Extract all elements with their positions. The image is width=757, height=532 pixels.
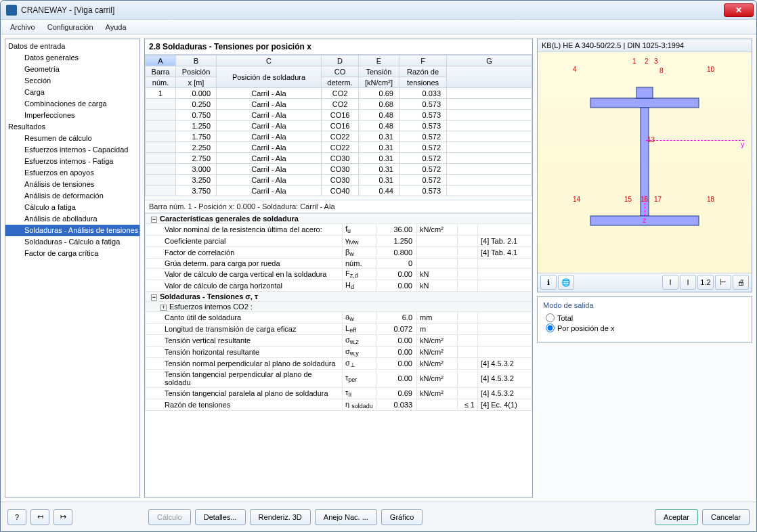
properties-panel[interactable]: −Características generales de soldadura …	[145, 213, 532, 497]
viewer-canvas[interactable]: y z 1 2 3 4 8 10 13 14 15 16 17	[538, 52, 752, 273]
center-panel: 2.8 Soldaduras - Tensiones por posición …	[144, 39, 533, 497]
col-b[interactable]: B	[176, 56, 217, 66]
col-posSold: Posición de soldadura	[217, 66, 322, 88]
tree-calc-fat[interactable]: Cálculo a fatiga	[5, 202, 139, 213]
tree-ei-cap[interactable]: Esfuerzos internos - Capacidad	[5, 144, 139, 156]
footer: ? ↤ ↦ Cálculo Detalles... Renderiz. 3D A…	[1, 502, 756, 531]
tree-sold-tensiones[interactable]: Soldaduras - Análisis de tensiones	[5, 225, 139, 236]
tree-resumen[interactable]: Resumen de cálculo	[5, 133, 139, 144]
prop-row: Tensión tangencial paralela al plano de …	[146, 388, 532, 399]
table-row[interactable]: 1.750Carril - AlaCO220.310.572	[146, 131, 532, 142]
radio-total-label[interactable]: Total	[546, 313, 746, 322]
col-f[interactable]: F	[399, 56, 447, 66]
results-table[interactable]: A B C D E F G Barra Posición	[145, 55, 532, 196]
table-row[interactable]: 3.750Carril - AlaCO400.440.573	[146, 185, 532, 196]
ibeam2-icon[interactable]: I	[680, 275, 696, 290]
col-determ: determ.	[322, 77, 359, 88]
pt-2: 2	[645, 58, 649, 65]
nav-tree[interactable]: Datos de entrada Datos generales Geometr…	[5, 39, 140, 497]
col-c[interactable]: C	[217, 56, 322, 66]
output-mode-group: Modo de salida Total Por posición de x	[537, 296, 752, 342]
table-row[interactable]: 10.000Carril - AlaCO20.690.033	[146, 88, 532, 99]
pt-1: 1	[632, 58, 636, 65]
table-wrap[interactable]: A B C D E F G Barra Posición	[145, 54, 532, 200]
menu-ayuda[interactable]: Ayuda	[100, 22, 132, 32]
pt-13: 13	[647, 136, 655, 143]
col-d[interactable]: D	[322, 56, 359, 66]
col-e[interactable]: E	[359, 56, 399, 66]
pt-10: 10	[707, 66, 714, 73]
table-row[interactable]: 0.750Carril - AlaCO160.480.573	[146, 110, 532, 120]
radio-total[interactable]	[546, 313, 555, 322]
pt-14: 14	[573, 196, 580, 203]
tree-apoyos[interactable]: Esfuerzos en apoyos	[5, 167, 139, 179]
tree-ei-fat[interactable]: Esfuerzos internos - Fatiga	[5, 156, 139, 167]
tree-an-abol[interactable]: Análisis de abolladura	[5, 213, 139, 225]
cancelar-button[interactable]: Cancelar	[702, 509, 750, 525]
tree-geometria[interactable]: Geometría	[5, 64, 139, 75]
col-razon1: Razón de	[399, 66, 447, 77]
app-window: CRANEWAY - [Viga carril] ✕ Archivo Confi…	[0, 0, 757, 532]
globe-icon[interactable]: 🌐	[558, 275, 574, 290]
content-area: Datos de entrada Datos generales Geometr…	[1, 35, 756, 502]
values-icon[interactable]: 1.2	[697, 275, 714, 290]
table-row[interactable]: 2.750Carril - AlaCO300.310.572	[146, 153, 532, 164]
detalles-button[interactable]: Detalles...	[195, 509, 246, 525]
col-g[interactable]: G	[447, 56, 532, 66]
dims-icon[interactable]: ⊢	[715, 275, 731, 290]
viewer-toolbar: ℹ 🌐 I I 1.2 ⊢ 🖨	[538, 273, 752, 292]
col-co: CO	[322, 66, 359, 77]
ibeam-icon[interactable]: I	[662, 275, 678, 290]
tree-an-tens[interactable]: Análisis de tensiones	[5, 179, 139, 190]
table-row[interactable]: 2.250Carril - AlaCO220.310.572	[146, 142, 532, 153]
tree-imperfecciones[interactable]: Imperfecciones	[5, 110, 139, 121]
prop-row: Factor de correlaciónβw0.800[4] Tab. 4.1	[146, 247, 532, 259]
tree-datos-generales[interactable]: Datos generales	[5, 52, 139, 64]
tree-f-crit[interactable]: Factor de carga crítica	[5, 248, 139, 259]
tree-combinaciones[interactable]: Combinaciones de carga	[5, 98, 139, 110]
table-row[interactable]: 1.250Carril - AlaCO160.480.573	[146, 120, 532, 131]
close-button[interactable]: ✕	[724, 3, 754, 17]
pt-18: 18	[707, 196, 714, 203]
print-icon[interactable]: 🖨	[733, 275, 749, 290]
pt-17: 17	[654, 196, 662, 203]
col-a[interactable]: A	[146, 56, 176, 66]
pt-3: 3	[654, 58, 658, 65]
info-icon[interactable]: ℹ	[540, 275, 557, 290]
tree-resultados[interactable]: Resultados	[5, 121, 139, 133]
expand-icon[interactable]: +	[160, 305, 167, 311]
aceptar-button[interactable]: Aceptar	[655, 509, 698, 525]
table-row[interactable]: 0.250Carril - AlaCO20.680.573	[146, 99, 532, 110]
tree-datos-entrada[interactable]: Datos de entrada	[5, 41, 139, 52]
tree-an-def[interactable]: Análisis de deformación	[5, 190, 139, 202]
prop-row: Tensión normal perpendicular al plano de…	[146, 358, 532, 370]
prop-row: Tensión horizontal resultanteσw,y0.00kN/…	[146, 347, 532, 358]
prop-row: Tensión tangencial perpendicular al plan…	[146, 370, 532, 388]
tree-carga[interactable]: Carga	[5, 87, 139, 98]
calculo-button[interactable]: Cálculo	[148, 509, 191, 525]
anejo-button[interactable]: Anejo Nac. ...	[315, 509, 377, 525]
prop-row: Razón de tensionesη soldadu0.033≤ 1[4] E…	[146, 399, 532, 411]
tree-seccion[interactable]: Sección	[5, 75, 139, 87]
radio-porx[interactable]	[546, 324, 555, 332]
collapse-icon[interactable]: −	[151, 217, 157, 223]
table-row[interactable]: 3.250Carril - AlaCO300.310.572	[146, 175, 532, 185]
prev-button[interactable]: ↤	[30, 509, 49, 525]
tree-sold-fat[interactable]: Soldaduras - Cálculo a fatiga	[5, 236, 139, 248]
app-icon	[6, 5, 17, 16]
next-button[interactable]: ↦	[53, 509, 72, 525]
collapse-icon[interactable]: −	[151, 294, 157, 301]
prop-row: Valor nominal de la resistencia última d…	[146, 224, 532, 236]
help-button[interactable]: ?	[7, 509, 26, 525]
table-row[interactable]: 3.000Carril - AlaCO300.310.572	[146, 164, 532, 175]
svg-rect-1	[636, 87, 653, 98]
outmode-title: Modo de salida	[543, 301, 746, 309]
pt-4: 4	[573, 66, 577, 73]
renderiz-button[interactable]: Renderiz. 3D	[250, 509, 311, 525]
section-viewer: KB(L) HE A 340-50/22.5 | DIN 1025-3:1994	[537, 39, 752, 292]
prop-row: Valor de cálculo de carga horizontalHd0.…	[146, 280, 532, 292]
radio-porx-label[interactable]: Por posición de x	[546, 324, 746, 332]
grafico-button[interactable]: Gráfico	[381, 509, 423, 525]
menu-configuracion[interactable]: Configuración	[42, 22, 99, 32]
menu-archivo[interactable]: Archivo	[5, 22, 41, 32]
